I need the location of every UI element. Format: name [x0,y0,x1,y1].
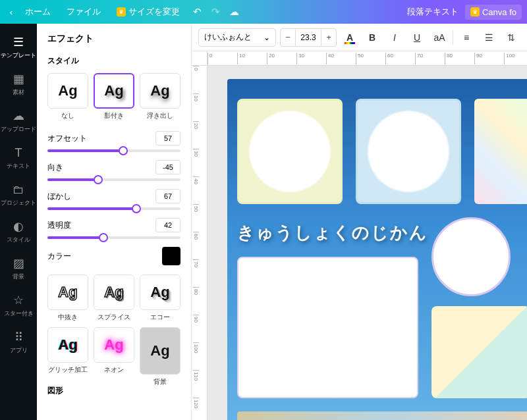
align-button[interactable]: ≡ [457,28,476,47]
slider-track[interactable] [47,178,180,181]
style-sw-splice[interactable]: Agスプライス [94,275,134,322]
slider-value[interactable]: -45 [155,160,180,174]
slider-ぼかし: ぼかし67 [47,189,180,210]
slider-track[interactable] [47,207,180,210]
canvas-text-element[interactable]: きゅうしょくのじかん [237,221,428,244]
rail-item-7[interactable]: ☆スター付き [0,287,37,324]
photo-frame[interactable] [431,306,527,398]
file-menu[interactable]: ファイル [59,6,109,18]
undo-button[interactable]: ↶ [188,6,206,18]
style-sw-bg[interactable]: Ag背景 [140,327,180,375]
canvas-viewport[interactable]: 0102030405060708090100 01020304050607080… [192,51,527,420]
rail-item-2[interactable]: ☁アップロード [0,103,37,140]
underline-button[interactable]: U [408,28,426,47]
photo-frame[interactable] [237,257,418,398]
slider-value[interactable]: 42 [155,218,180,232]
slider-label: オフセット [47,133,87,144]
style-sw-echo[interactable]: Agエコー [140,275,180,322]
crown-icon: ♛ [470,7,480,16]
rail-label: テキスト [7,162,30,171]
divider [453,30,453,45]
slider-オフセット: オフセット57 [47,131,180,152]
slider-label: ぼかし [47,191,71,202]
style-sw-lift[interactable]: Ag浮き出し [140,73,180,120]
font-select[interactable]: けいふぉんと⌄ [198,28,276,47]
style-swatch: Ag [47,275,88,310]
rail-item-8[interactable]: ⠿アプリ [0,324,37,361]
crown-icon: ♛ [117,7,126,16]
slider-透明度: 透明度42 [47,218,180,239]
spacing-button[interactable]: ⇅ [502,28,520,47]
redo-button[interactable]: ↷ [206,6,225,18]
panel-title: エフェクト [47,33,180,45]
slider-track[interactable] [47,149,180,152]
italic-button[interactable]: I [385,28,404,47]
rail-item-1[interactable]: ▦素材 [0,66,37,103]
cloud-sync-icon[interactable]: ☁ [225,6,243,18]
style-label: スプライス [94,313,134,322]
home-menu[interactable]: ホーム [17,6,59,18]
rail-icon: ▨ [13,256,24,271]
design-page[interactable]: きゅうしょくのじかん [227,79,527,420]
slider-thumb[interactable] [119,146,128,155]
rail-item-3[interactable]: Tテキスト [0,140,37,176]
font-size-increase[interactable]: + [321,32,336,42]
style-swatch: Ag [140,275,180,310]
style-swatch: Ag [47,327,88,363]
list-button[interactable]: ☰ [480,28,498,47]
slider-thumb[interactable] [94,175,103,184]
font-size-decrease[interactable]: − [281,32,295,42]
style-label: 背景 [140,377,180,386]
shadow-color-swatch[interactable] [162,247,180,265]
rail-icon: ☁ [13,109,24,123]
slider-value[interactable]: 57 [155,131,180,145]
rail-item-4[interactable]: 🗀プロジェクト [0,176,37,213]
top-bar: ‹ ホーム ファイル ♛サイズを変更 ↶ ↷ ☁ 段落テキスト ♛Canva f… [0,0,527,24]
rail-icon: T [15,146,22,160]
style-swatch: Ag [94,73,134,109]
ruler-horizontal: 0102030405060708090100 [208,51,527,66]
resize-button[interactable]: ♛サイズを変更 [109,6,188,18]
style-sw-hollow[interactable]: Ag中抜き [47,275,88,322]
rail-item-5[interactable]: ◐スタイル [0,213,37,250]
rail-icon: ⠿ [14,330,23,344]
photo-strip[interactable] [237,411,527,420]
style-sw-glitch[interactable]: Agグリッチ加工 [47,327,88,375]
style-sw-neon[interactable]: Agネオン [94,327,134,375]
canva-pro-button[interactable]: ♛Canva fo [465,5,522,20]
canvas-stage[interactable]: きゅうしょくのじかん [208,66,527,420]
case-button[interactable]: aA [430,28,449,47]
style-label: エコー [140,313,180,322]
style-label: ネオン [94,365,134,375]
chevron-down-icon: ⌄ [264,33,270,42]
style-label: グリッチ加工 [47,365,88,375]
slider-thumb[interactable] [132,204,141,213]
style-label: なし [47,111,88,120]
style-label: 浮き出し [140,111,180,120]
rail-item-0[interactable]: ☰テンプレート [0,29,37,66]
context-toolbar: けいふぉんと⌄ − 23.3 + A B I U aA ≡ ☰ ⇅ [192,24,527,51]
text-color-button[interactable]: A [341,28,359,47]
canvas-area: けいふぉんと⌄ − 23.3 + A B I U aA ≡ ☰ ⇅ 010203… [192,24,527,420]
photo-frame[interactable] [237,99,343,204]
rail-label: 素材 [13,88,24,97]
rail-item-6[interactable]: ▨背景 [0,250,37,287]
style-sw-none[interactable]: Agなし [47,73,88,120]
font-size-value[interactable]: 23.3 [295,29,321,46]
photo-frame[interactable] [356,99,461,204]
back-button[interactable]: ‹ [5,7,17,17]
photo-frame[interactable] [474,99,527,204]
bold-button[interactable]: B [363,28,381,47]
rail-label: アプリ [10,346,28,355]
effects-panel: エフェクト スタイル AgなしAg影付きAg浮き出し オフセット57向き-45ぼ… [37,24,192,420]
slider-thumb[interactable] [99,233,108,242]
rail-label: プロジェクト [1,199,36,207]
photo-frame[interactable] [431,217,511,296]
slider-value[interactable]: 67 [155,189,180,203]
style-section-title: スタイル [47,55,180,66]
slider-track[interactable] [47,236,180,239]
color-label: カラー [47,251,71,262]
paragraph-text-button[interactable]: 段落テキスト [401,6,465,18]
style-swatch: Ag [94,275,134,310]
style-sw-shadow[interactable]: Ag影付き [94,73,134,120]
